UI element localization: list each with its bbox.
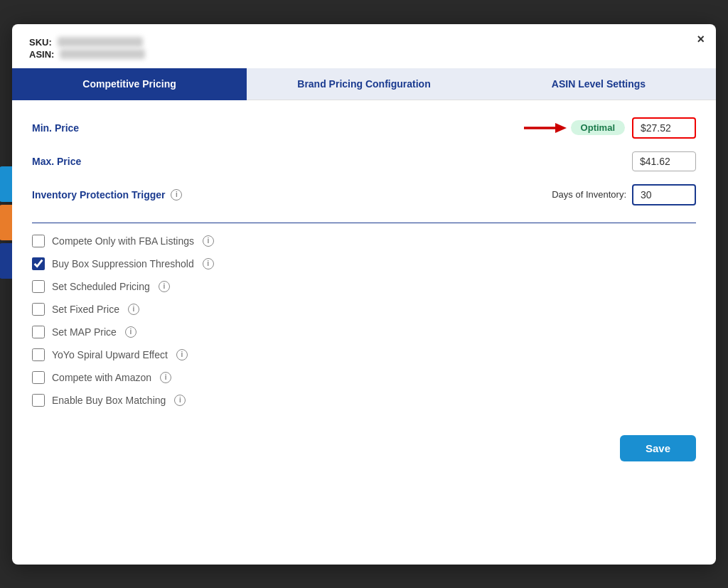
checkbox-list: Compete Only with FBA Listings i Buy Box…: [32, 235, 696, 407]
buybox-match-label: Enable Buy Box Matching: [52, 395, 166, 406]
red-arrow-icon: [524, 120, 567, 136]
map-label: Set MAP Price: [52, 326, 117, 338]
days-label: Days of Inventory:: [552, 189, 626, 200]
side-tab-blue: [0, 243, 12, 279]
tab-bar: Competitive Pricing Brand Pricing Config…: [12, 68, 716, 100]
yoyo-label: YoYo Spiral Upward Effect: [52, 349, 168, 360]
compete-fba-info-icon[interactable]: i: [203, 235, 214, 247]
optimal-badge: Optimal: [571, 120, 625, 135]
map-info-icon[interactable]: i: [125, 326, 136, 338]
list-item: Buy Box Suppression Threshold i: [32, 257, 696, 270]
fixed-checkbox[interactable]: [32, 303, 45, 316]
list-item: YoYo Spiral Upward Effect i: [32, 348, 696, 361]
asin-line: ASIN:: [29, 49, 699, 60]
compete-fba-label: Compete Only with FBA Listings: [52, 235, 194, 247]
min-price-label: Min. Price: [32, 122, 160, 134]
list-item: Set Scheduled Pricing i: [32, 280, 696, 293]
buy-box-checkbox[interactable]: [32, 257, 45, 270]
compete-fba-checkbox[interactable]: [32, 235, 45, 247]
scheduled-checkbox[interactable]: [32, 280, 45, 293]
fixed-label: Set Fixed Price: [52, 304, 119, 315]
modal-container: × SKU: ASIN: Competitive Pricing Brand P…: [12, 24, 716, 565]
map-checkbox[interactable]: [32, 326, 45, 338]
fixed-info-icon[interactable]: i: [128, 304, 139, 315]
save-button[interactable]: Save: [620, 435, 696, 461]
max-price-input[interactable]: [632, 151, 696, 171]
min-price-right: Optimal: [524, 117, 696, 139]
sku-value: [58, 37, 143, 47]
min-price-input[interactable]: [632, 117, 696, 139]
list-item: Set Fixed Price i: [32, 303, 696, 316]
buy-box-info-icon[interactable]: i: [203, 258, 214, 269]
list-item: Compete with Amazon i: [32, 371, 696, 384]
modal-header: SKU: ASIN:: [12, 24, 716, 68]
close-button[interactable]: ×: [697, 33, 705, 46]
divider: [32, 223, 696, 223]
list-item: Set MAP Price i: [32, 326, 696, 338]
optimal-arrow-group: Optimal: [524, 120, 625, 136]
amazon-label: Compete with Amazon: [52, 372, 151, 383]
asin-label: ASIN:: [29, 49, 54, 60]
days-input[interactable]: [632, 184, 696, 205]
tab-asin-settings[interactable]: ASIN Level Settings: [481, 68, 716, 100]
overlay: × SKU: ASIN: Competitive Pricing Brand P…: [0, 0, 728, 588]
sku-label: SKU:: [29, 37, 52, 48]
modal-footer: Save: [12, 424, 716, 476]
yoyo-info-icon[interactable]: i: [176, 349, 188, 360]
yoyo-checkbox[interactable]: [32, 348, 45, 361]
scheduled-label: Set Scheduled Pricing: [52, 281, 150, 292]
buy-box-label: Buy Box Suppression Threshold: [52, 258, 194, 269]
days-right: Days of Inventory:: [552, 184, 696, 205]
arrow-svg: [524, 120, 567, 136]
list-item: Compete Only with FBA Listings i: [32, 235, 696, 247]
max-price-right: [632, 151, 696, 171]
tab-brand-pricing[interactable]: Brand Pricing Configuration: [247, 68, 481, 100]
sku-line: SKU:: [29, 37, 699, 48]
list-item: Enable Buy Box Matching i: [32, 394, 696, 407]
buybox-match-checkbox[interactable]: [32, 394, 45, 407]
max-price-row: Max. Price: [32, 151, 696, 171]
modal-body: Min. Price Optimal: [12, 100, 716, 424]
side-tabs: [0, 166, 12, 282]
inventory-info-icon[interactable]: i: [171, 189, 182, 201]
scheduled-info-icon[interactable]: i: [159, 281, 170, 292]
asin-value: [60, 49, 145, 59]
side-tab-green: [0, 166, 12, 202]
amazon-checkbox[interactable]: [32, 371, 45, 384]
amazon-info-icon[interactable]: i: [160, 372, 171, 383]
buybox-match-info-icon[interactable]: i: [174, 395, 186, 406]
inventory-label: Inventory Protection Trigger i: [32, 189, 182, 201]
min-price-row: Min. Price Optimal: [32, 117, 696, 139]
inventory-row: Inventory Protection Trigger i Days of I…: [32, 184, 696, 205]
max-price-label: Max. Price: [32, 156, 160, 167]
tab-competitive-pricing[interactable]: Competitive Pricing: [12, 68, 247, 100]
svg-marker-1: [555, 123, 567, 133]
side-tab-orange: [0, 205, 12, 240]
